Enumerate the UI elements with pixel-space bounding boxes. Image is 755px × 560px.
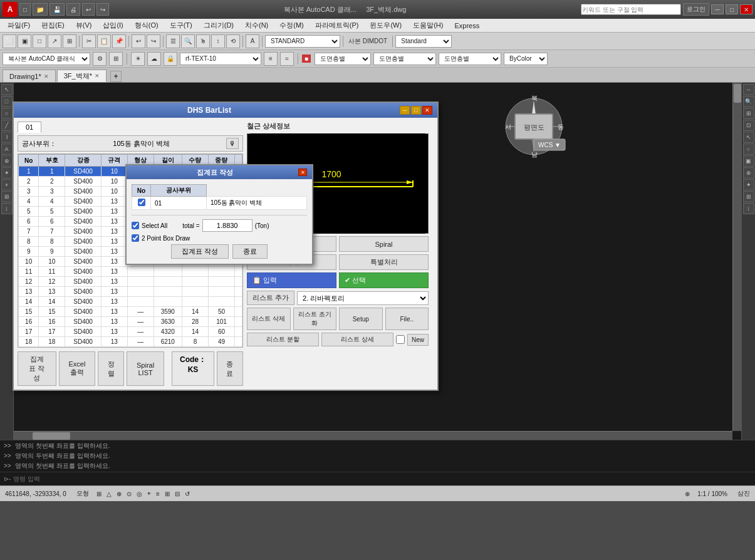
aggregate-btn[interactable]: 집계표 작성 — [18, 351, 56, 386]
menu-edit[interactable]: 편집(E) — [36, 19, 70, 31]
dialog-tab-01[interactable]: 01 — [18, 122, 41, 133]
menu-modify[interactable]: 수정(M) — [274, 19, 309, 31]
sub-create-btn[interactable]: 집계표 작성 — [171, 244, 229, 259]
side-btn-10[interactable]: ⊞ — [1, 191, 13, 202]
linetype-combo[interactable]: 도면층별 — [373, 53, 436, 65]
sub-close-btn[interactable]: 종료 — [232, 244, 268, 259]
menu-help[interactable]: 도움말(H) — [408, 19, 448, 31]
r-btn-11[interactable]: ↕ — [743, 203, 754, 214]
menu-param[interactable]: 파라메트릭(P) — [310, 19, 364, 31]
menu-file[interactable]: 파일(F) — [3, 19, 35, 31]
tb1-2[interactable]: ▣ — [18, 34, 31, 48]
cmd-input[interactable] — [13, 475, 751, 482]
layer-match[interactable]: ≈ — [280, 52, 294, 66]
dialog-close[interactable]: ✕ — [422, 106, 432, 115]
restore-btn[interactable]: □ — [726, 4, 738, 14]
r-btn-6[interactable]: ○ — [743, 143, 754, 155]
save-btn[interactable]: 💾 — [49, 3, 65, 16]
print-btn[interactable]: 🖨 — [66, 3, 80, 16]
special-btn[interactable]: 특별처리 — [339, 254, 429, 270]
select-all-checkbox[interactable] — [132, 222, 139, 229]
new-checkbox[interactable] — [396, 335, 405, 344]
layer-btn2[interactable]: ☁ — [147, 52, 161, 66]
list-detail-btn[interactable]: 리스트 상세 — [321, 333, 393, 346]
point-box-checkbox[interactable] — [132, 234, 139, 242]
side-btn-3[interactable]: ○ — [1, 108, 13, 119]
r-btn-2[interactable]: 🔍 — [743, 96, 754, 107]
minimize-btn[interactable]: ─ — [711, 4, 724, 14]
layer-btn3[interactable]: 🔒 — [164, 52, 177, 66]
qprop-toggle[interactable]: ⊟ — [175, 490, 180, 497]
tb1-8[interactable]: 📌 — [112, 34, 126, 48]
dialog-maximize[interactable]: □ — [411, 106, 421, 115]
tab-3f[interactable]: 3F_벽체* ✕ — [57, 70, 107, 82]
side-btn-2[interactable]: □ — [1, 96, 13, 107]
side-btn-6[interactable]: A — [1, 143, 13, 155]
table-row[interactable]: 1717SD40013—43201460 — [19, 327, 242, 337]
close-btn[interactable]: ✕ — [740, 4, 752, 14]
repo-combo[interactable]: 2. 리바펙토리 — [297, 291, 429, 305]
side-btn-5[interactable]: ⌇ — [1, 132, 13, 143]
side-btn-4[interactable]: ╱ — [1, 120, 13, 131]
lweight-toggle[interactable]: ≡ — [156, 490, 160, 497]
tb1-3[interactable]: □ — [33, 34, 46, 48]
file-btn[interactable]: File.. — [385, 308, 429, 330]
plot-combo[interactable]: ByColor — [504, 53, 548, 65]
list-init-btn[interactable]: 리스트 초기화 — [293, 308, 337, 330]
menu-express[interactable]: Express — [449, 21, 484, 31]
tb1-14[interactable]: ↕ — [211, 34, 225, 48]
select-btn[interactable]: ✔ 선택 — [339, 272, 429, 288]
table-row[interactable]: 1616SD40013—363028101 — [19, 317, 242, 327]
polar-toggle[interactable]: ⊙ — [127, 490, 132, 497]
spiral-btn[interactable]: Spiral — [339, 236, 429, 252]
list-del-btn[interactable]: 리스트 삭제 — [247, 308, 291, 330]
tab-drawing1[interactable]: Drawing1* ✕ — [3, 70, 56, 82]
workspace-combo[interactable]: 복사본 AutoCAD 클래식 1 — [3, 53, 90, 65]
tb1-5[interactable]: ⊞ — [63, 34, 76, 48]
tb1-11[interactable]: ☰ — [166, 34, 180, 48]
mic-btn[interactable]: 🎙 — [226, 138, 239, 149]
tab-3f-close[interactable]: ✕ — [95, 73, 100, 79]
scrollbar-v[interactable] — [732, 83, 741, 431]
search-input[interactable] — [581, 4, 681, 15]
model-label[interactable]: 모형 — [76, 489, 89, 498]
list-add-btn[interactable]: 리스트 추가 — [247, 291, 294, 305]
table-row[interactable]: 1515SD40013—35901450 — [19, 307, 242, 317]
open-btn[interactable]: 📁 — [33, 3, 48, 16]
menu-tools[interactable]: 도구(T) — [165, 19, 197, 31]
table-row[interactable]: 1111SD40013 — [19, 267, 242, 277]
r-btn-5[interactable]: ↖ — [743, 132, 754, 143]
login-btn[interactable]: 로그인 — [683, 3, 709, 16]
standard-combo[interactable]: Standard — [395, 35, 452, 48]
menu-view[interactable]: 뷰(V) — [71, 19, 97, 31]
r-btn-3[interactable]: ⊞ — [743, 108, 754, 119]
tab-drawing1-close[interactable]: ✕ — [44, 73, 49, 80]
tb1-7[interactable]: 📋 — [97, 34, 111, 48]
workspace-btn2[interactable]: ⊞ — [109, 52, 123, 66]
new-btn[interactable]: New — [407, 334, 429, 346]
final-close-btn[interactable]: 종료 — [217, 351, 243, 386]
menu-format[interactable]: 형식(O) — [130, 19, 164, 31]
ortho-toggle[interactable]: ⊕ — [117, 490, 122, 497]
r-btn-10[interactable]: ⊞ — [743, 191, 754, 202]
snap-toggle[interactable]: △ — [107, 490, 112, 497]
tb1-13[interactable]: 🖱 — [196, 34, 210, 48]
sub-row-checkbox[interactable] — [138, 199, 145, 206]
r-btn-7[interactable]: ▣ — [743, 155, 754, 167]
tb1-10[interactable]: ↪ — [147, 34, 160, 48]
undo-btn[interactable]: ↩ — [82, 3, 95, 16]
scrollbar-h[interactable] — [14, 431, 732, 440]
total-input[interactable] — [202, 219, 253, 232]
sort-btn[interactable]: 정렬 — [98, 351, 124, 386]
r-btn-8[interactable]: ⊕ — [743, 167, 754, 179]
menu-window[interactable]: 윈도우(W) — [365, 19, 407, 31]
layer-combo[interactable]: rf-TEXT-10 — [180, 53, 261, 65]
dyn-toggle[interactable]: ⌖ — [147, 490, 151, 497]
tb1-4[interactable]: ↗ — [48, 34, 61, 48]
list-split-btn[interactable]: 리스트 분할 — [247, 333, 319, 346]
menu-draw[interactable]: 그리기(D) — [199, 19, 239, 31]
excel-btn[interactable]: Excel 출력 — [59, 351, 95, 386]
sub-dialog-close-btn[interactable]: ✕ — [298, 169, 307, 176]
layer-prop[interactable]: ≡ — [264, 52, 278, 66]
layer-btn[interactable]: ☀ — [131, 52, 145, 66]
